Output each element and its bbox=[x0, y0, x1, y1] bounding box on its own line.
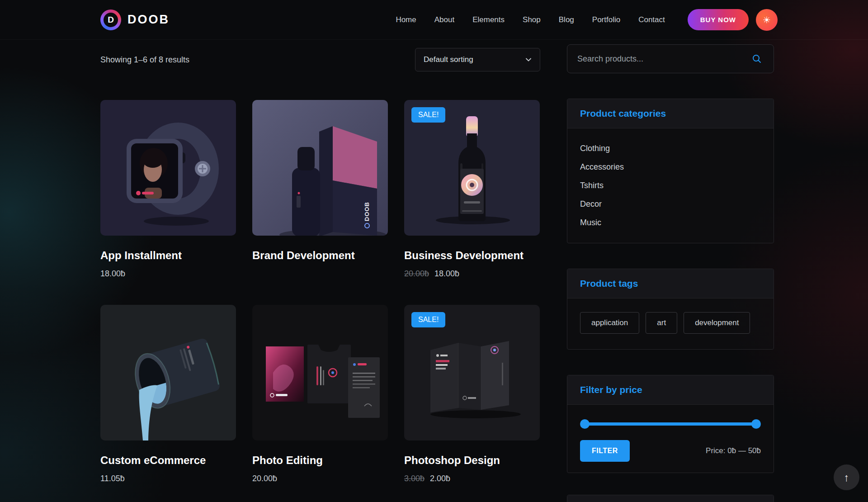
search-submit-button[interactable] bbox=[750, 52, 764, 66]
product-price: 20.00ƀ 18.00ƀ bbox=[404, 269, 540, 279]
product-price: 20.00ƀ bbox=[252, 474, 388, 483]
category-item-accessories[interactable]: Accessories bbox=[580, 158, 761, 176]
search-input[interactable] bbox=[577, 54, 745, 64]
paint-can-illustration bbox=[100, 305, 236, 440]
categories-widget-header: Product categories bbox=[567, 99, 774, 128]
product-card: DOOB Brand Development bbox=[252, 100, 388, 279]
page-content: Showing 1–6 of 8 results Default sorting bbox=[100, 40, 774, 502]
price-filter-body: FILTER Price: 0ƀ — 50ƀ bbox=[567, 405, 774, 473]
tag-application[interactable]: application bbox=[580, 312, 639, 334]
product-image-trifold-brochure[interactable]: SALE! bbox=[404, 305, 540, 440]
tags-list: application art development bbox=[567, 298, 774, 349]
product-image-wine-bottle[interactable]: SALE! bbox=[404, 100, 540, 236]
shop-sidebar: Product categories Clothing Accessories … bbox=[567, 40, 774, 502]
product-price: 11.05ƀ bbox=[100, 474, 236, 483]
product-title[interactable]: Photo Editing bbox=[252, 454, 388, 467]
product-card: SALE! bbox=[404, 305, 540, 483]
search-icon bbox=[752, 54, 762, 64]
product-image-paint-can[interactable] bbox=[100, 305, 236, 440]
nav-item-contact[interactable]: Contact bbox=[638, 15, 665, 24]
categories-list: Clothing Accessories Tshirts Decor Music bbox=[567, 128, 774, 243]
product-title[interactable]: Brand Development bbox=[252, 249, 388, 262]
nav-item-about[interactable]: About bbox=[434, 15, 454, 24]
chevron-down-icon bbox=[525, 57, 532, 63]
nav-item-elements[interactable]: Elements bbox=[472, 15, 505, 24]
product-card: Custom eCommerce 11.05ƀ bbox=[100, 305, 236, 483]
product-search bbox=[567, 44, 774, 73]
brand-name: DOOB bbox=[127, 13, 170, 27]
price-current: 20.00ƀ bbox=[252, 474, 277, 483]
price-current: 18.00ƀ bbox=[434, 269, 459, 279]
product-grid: App Installment 18.00ƀ bbox=[100, 100, 540, 483]
categories-title: Product categories bbox=[580, 108, 761, 119]
main-nav: Home About Elements Shop Blog Portfolio … bbox=[396, 15, 665, 24]
product-price: 18.00ƀ bbox=[100, 269, 236, 279]
site-header: D DOOB Home About Elements Shop Blog Por… bbox=[0, 0, 868, 40]
sun-icon: ☀ bbox=[763, 15, 771, 24]
packaging-illustration: DOOB bbox=[252, 100, 388, 236]
shop-toolbar: Showing 1–6 of 8 results Default sorting bbox=[100, 45, 540, 74]
product-title[interactable]: Business Development bbox=[404, 249, 540, 262]
category-item-decor[interactable]: Decor bbox=[580, 195, 761, 213]
brand-logo[interactable]: D DOOB bbox=[100, 9, 170, 30]
scroll-to-top-button[interactable]: ↑ bbox=[834, 464, 859, 490]
nav-item-home[interactable]: Home bbox=[396, 15, 416, 24]
slider-track bbox=[581, 422, 760, 426]
price-current: 18.00ƀ bbox=[100, 269, 125, 279]
tag-development[interactable]: development bbox=[684, 312, 750, 334]
price-filter-header: Filter by price bbox=[567, 375, 774, 405]
nav-item-portfolio[interactable]: Portfolio bbox=[592, 15, 620, 24]
product-card: Photo Editing 20.00ƀ bbox=[252, 305, 388, 483]
category-item-music[interactable]: Music bbox=[580, 213, 761, 232]
slider-handle-min[interactable] bbox=[580, 419, 590, 429]
price-old: 3.00ƀ bbox=[404, 474, 425, 483]
sorting-value: Default sorting bbox=[424, 55, 473, 64]
price-range-text: Price: 0ƀ — 50ƀ bbox=[706, 446, 761, 455]
categories-widget: Product categories Clothing Accessories … bbox=[567, 99, 774, 243]
theme-toggle-button[interactable]: ☀ bbox=[756, 9, 778, 31]
slider-handle-max[interactable] bbox=[751, 419, 761, 429]
tags-title: Product tags bbox=[580, 278, 761, 289]
product-image-smartwatch[interactable] bbox=[100, 100, 236, 236]
price-range-slider[interactable] bbox=[581, 419, 760, 428]
product-price: 3.00ƀ 2.00ƀ bbox=[404, 474, 540, 483]
product-title[interactable]: App Installment bbox=[100, 249, 236, 262]
stationery-cards-illustration bbox=[252, 305, 388, 440]
cart-widget: Cart bbox=[567, 495, 774, 502]
nav-item-shop[interactable]: Shop bbox=[523, 15, 541, 24]
brand-initial: D bbox=[104, 13, 118, 27]
sale-badge: SALE! bbox=[411, 107, 445, 123]
tags-widget: Product tags application art development bbox=[567, 269, 774, 350]
category-item-tshirts[interactable]: Tshirts bbox=[580, 176, 761, 195]
price-filter-widget: Filter by price FILTER Price: 0ƀ — 50ƀ bbox=[567, 375, 774, 473]
smartwatch-illustration bbox=[100, 100, 236, 236]
tag-art[interactable]: art bbox=[646, 312, 677, 334]
filter-button[interactable]: FILTER bbox=[580, 440, 630, 462]
svg-text:DOOB: DOOB bbox=[363, 202, 370, 221]
product-card: App Installment 18.00ƀ bbox=[100, 100, 236, 279]
category-item-clothing[interactable]: Clothing bbox=[580, 139, 761, 158]
cart-widget-header: Cart bbox=[567, 495, 774, 502]
product-image-stationery-cards[interactable] bbox=[252, 305, 388, 440]
price-old: 20.00ƀ bbox=[404, 269, 429, 279]
shop-main-column: Showing 1–6 of 8 results Default sorting bbox=[100, 40, 540, 502]
results-count: Showing 1–6 of 8 results bbox=[100, 55, 189, 65]
tags-widget-header: Product tags bbox=[567, 269, 774, 298]
product-card: SALE! bbox=[404, 100, 540, 279]
product-image-packaging[interactable]: DOOB bbox=[252, 100, 388, 236]
brand-logo-icon: D bbox=[100, 9, 121, 30]
product-title[interactable]: Custom eCommerce bbox=[100, 454, 236, 467]
price-current: 11.05ƀ bbox=[100, 474, 125, 483]
sale-badge: SALE! bbox=[411, 312, 445, 327]
nav-item-blog[interactable]: Blog bbox=[559, 15, 574, 24]
buy-now-button[interactable]: BUY NOW bbox=[688, 9, 749, 30]
sorting-dropdown[interactable]: Default sorting bbox=[415, 48, 540, 71]
product-title[interactable]: Photoshop Design bbox=[404, 454, 540, 467]
price-filter-title: Filter by price bbox=[580, 384, 761, 395]
price-current: 2.00ƀ bbox=[430, 474, 450, 483]
arrow-up-icon: ↑ bbox=[844, 471, 849, 484]
